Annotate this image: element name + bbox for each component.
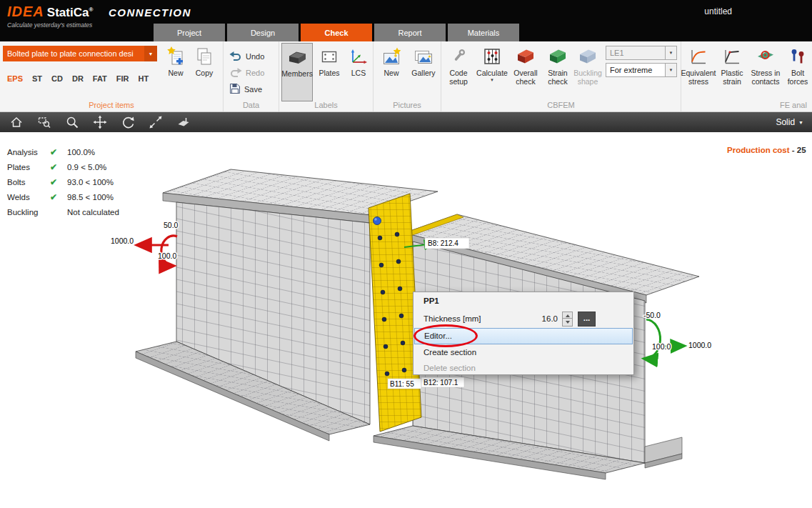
spinner-down-icon[interactable] (563, 319, 572, 325)
tab-check[interactable]: Check (301, 24, 372, 41)
new-picture-button[interactable]: New (376, 46, 406, 77)
results-summary-panel: Analysis ✔ 100.0% Plates ✔ 0.9 < 5.0% Bo… (7, 144, 119, 219)
extreme-dropdown[interactable]: For extreme ▼ (606, 63, 677, 77)
production-cost-value: 25 (797, 146, 806, 154)
tab-project[interactable]: Project (154, 24, 225, 41)
group-label-project-items: Project items (0, 101, 223, 109)
dim-label-left-offset: 50.0 (164, 221, 179, 229)
plastic-strain-icon (722, 46, 742, 67)
zoom-window-icon[interactable] (36, 114, 52, 130)
moment-arrow-right (644, 319, 661, 359)
new-item-icon (167, 46, 184, 67)
filter-fir[interactable]: FIR (116, 74, 129, 83)
viewport-toolbar: Solid ▼ (0, 112, 812, 132)
ribbon-group-project-items: Bolted plate to plate connection desi ▼ … (0, 41, 224, 111)
members-icon (287, 46, 307, 68)
ribbon-group-cbfem: Code setup Calculate ▼ Overall check St (441, 41, 681, 111)
filter-st[interactable]: ST (32, 74, 42, 83)
titlebar: IDEA StatiCa® Calculate yesterday's esti… (0, 0, 812, 41)
load-effect-dropdown[interactable]: LE1 ▼ (606, 46, 677, 60)
bolt-forces-button[interactable]: Bolt forces (783, 46, 812, 86)
plastic-strain-button[interactable]: Plastic strain (716, 46, 748, 86)
result-row-buckling: Buckling Not calculated (7, 204, 119, 219)
result-value: 98.5 < 100% (67, 193, 119, 201)
dim-label-right-force: 1000.0 (688, 341, 711, 349)
thickness-label: Thickness [mm] (423, 314, 481, 323)
group-label-data: Data (224, 101, 279, 109)
tab-design[interactable]: Design (227, 24, 299, 41)
check-icon: ✔ (50, 177, 67, 187)
filter-cd[interactable]: CD (51, 74, 63, 83)
gallery-button[interactable]: Gallery (408, 46, 439, 77)
document-title: untitled (704, 6, 732, 16)
tab-materials[interactable]: Materials (448, 24, 519, 41)
code-setup-button[interactable]: Code setup (443, 46, 474, 86)
menu-item-create-section[interactable]: Create section (414, 344, 633, 360)
result-value: Not calculated (67, 208, 119, 216)
result-value: 93.0 < 100% (67, 178, 119, 186)
chevron-down-icon: ▼ (665, 64, 676, 76)
thickness-spinner[interactable] (562, 312, 573, 327)
idea-statica-logo: IDEA StatiCa® Calculate yesterday's esti… (7, 4, 93, 29)
calculate-abacus-icon (482, 46, 502, 67)
menu-item-editor[interactable]: Editor... (414, 328, 633, 344)
save-button[interactable]: Save (229, 83, 262, 96)
result-value: 100.0% (67, 148, 119, 156)
ribbon-group-labels: Members Plates LCS Labels (279, 41, 374, 111)
overall-check-button[interactable]: Overall check (510, 46, 541, 86)
lcs-labels-toggle[interactable]: LCS (346, 46, 371, 77)
production-cost-label: Production cost (727, 146, 790, 154)
equivalent-stress-button[interactable]: Equivalent stress (682, 46, 715, 86)
filter-eps[interactable]: EPS (7, 74, 23, 83)
members-labels-toggle[interactable]: Members (281, 43, 313, 101)
buckling-shape-button[interactable]: Buckling shape (571, 46, 604, 86)
group-label-labels: Labels (279, 101, 373, 109)
clipping-plane-icon[interactable] (176, 114, 191, 130)
project-item-selector[interactable]: Bolted plate to plate connection desi ▼ (3, 46, 157, 61)
bolt-label-b8: B8: 212.4 (428, 239, 458, 247)
menu-item-delete-section[interactable]: Delete section (414, 360, 633, 376)
check-icon: ✔ (50, 162, 67, 172)
chevron-down-icon: ▼ (490, 78, 494, 83)
new-project-item-button[interactable]: New (162, 46, 189, 77)
view-mode-label: Solid (776, 117, 795, 127)
pan-icon[interactable] (92, 114, 108, 130)
check-icon: ✔ (50, 192, 67, 202)
home-view-icon[interactable] (9, 114, 24, 130)
tab-report[interactable]: Report (374, 24, 446, 41)
filter-dr[interactable]: DR (72, 74, 84, 83)
result-label: Plates (7, 163, 50, 171)
zoom-extents-icon[interactable] (148, 114, 164, 130)
spinner-up-icon[interactable] (563, 312, 572, 319)
selected-bolt-marker[interactable] (374, 217, 381, 225)
copy-project-item-button[interactable]: Copy (191, 46, 218, 77)
redo-button[interactable]: Redo (229, 66, 264, 79)
calculate-button[interactable]: Calculate ▼ (476, 46, 508, 83)
bolt-label-b12: B12: 107.1 (423, 379, 458, 387)
ribbon-group-data: Undo Redo Save Data (224, 41, 279, 111)
stress-in-contacts-button[interactable]: Stress in contacts (749, 46, 782, 86)
filter-ht[interactable]: HT (139, 74, 149, 83)
undo-icon (229, 50, 242, 63)
group-label-pictures: Pictures (374, 101, 441, 109)
dim-label-right-moment: 100.0 (652, 342, 671, 351)
result-row-welds: Welds ✔ 98.5 < 100% (7, 189, 119, 204)
result-label: Welds (7, 193, 50, 201)
plates-labels-toggle[interactable]: Plates (314, 46, 344, 77)
logo-statica-text: StatiCa® (47, 6, 93, 20)
zoom-icon[interactable] (64, 114, 80, 130)
ribbon: Bolted plate to plate connection desi ▼ … (0, 41, 812, 112)
rotate-view-icon[interactable] (120, 114, 136, 130)
result-value: 0.9 < 5.0% (67, 163, 119, 171)
bolt-label-b11: B11: 55 (390, 380, 414, 388)
code-setup-wrench-icon (448, 46, 468, 67)
thickness-more-button[interactable]: ... (578, 312, 596, 327)
strain-check-button[interactable]: Strain check (543, 46, 573, 86)
thickness-value[interactable]: 16.0 (521, 314, 558, 323)
undo-button[interactable]: Undo (229, 50, 264, 63)
view-mode-selector[interactable]: Solid ▼ (776, 117, 803, 127)
filter-fat[interactable]: FAT (93, 74, 107, 83)
model-3d-view[interactable]: 50.0 1000.0 100.0 -50.0 100.0 1000.0 B8:… (0, 132, 812, 508)
ribbon-group-pictures: New Gallery Pictures (374, 41, 441, 111)
redo-icon (229, 66, 242, 79)
